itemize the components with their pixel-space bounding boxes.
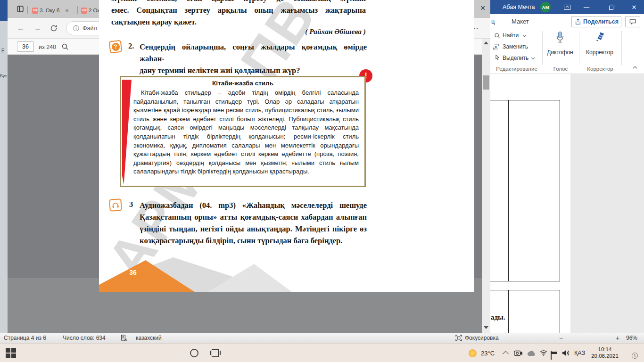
clock-date: 20.08.2021 [589, 353, 620, 359]
table-border [508, 290, 509, 333]
info-icon[interactable]: ⓘ [73, 25, 79, 33]
ribbon-display-options-button[interactable] [559, 0, 575, 14]
task-number: 2. [128, 41, 134, 51]
pdf-scrollbar[interactable] [482, 39, 490, 333]
avatar[interactable]: АМ [540, 2, 551, 12]
zoom-in-button[interactable]: + [616, 334, 619, 342]
word-page [490, 74, 570, 333]
ribbon-group-label: Редактирование [492, 66, 541, 72]
weather-temperature[interactable]: 23°C [481, 350, 495, 357]
start-button[interactable] [4, 346, 18, 360]
zoom-level[interactable]: 96% [626, 335, 637, 341]
ribbon-group-separator [621, 31, 622, 65]
windows-logo-icon [6, 348, 16, 358]
restore-icon [609, 6, 613, 10]
scroll-up-icon[interactable] [484, 41, 488, 44]
paragraph-line: сақтықпен қарау қажет. [111, 16, 366, 28]
taskbar: Введите здесь текст для поиска Y B. W [0, 343, 644, 362]
tab-close-icon[interactable]: ✕ [65, 8, 69, 13]
ribbon-display-options-icon [564, 5, 570, 10]
pdf-page: АРМАН-ПВ бас мүмкін болмаса, оған қарсы … [99, 0, 474, 278]
refresh-icon[interactable] [50, 25, 58, 32]
cortana-icon [190, 349, 198, 357]
weather-sun-icon[interactable] [469, 349, 477, 357]
collapse-ribbon-icon[interactable] [633, 66, 637, 69]
word-document-area[interactable]: ады. [490, 74, 644, 333]
clock[interactable]: 10:14 20.08.2021 [589, 346, 620, 359]
pdf-file-icon: PDF [81, 8, 87, 14]
replace-button[interactable]: Заменить [503, 43, 528, 50]
notification-badge: 1 [632, 353, 638, 359]
table-border [508, 100, 509, 281]
word-restore-button[interactable] [602, 0, 620, 14]
find-button[interactable]: Найти [503, 32, 519, 39]
zoom-out-button[interactable]: − [559, 334, 563, 342]
cortana-button[interactable] [186, 346, 203, 360]
ribbon-group-label: Голос [542, 66, 579, 72]
question-sticker-icon: ? [109, 40, 123, 54]
ribbon-group-separator [542, 31, 543, 65]
info-box-body: Кітаби-жазба стильдер – әдеби тілдің өмі… [133, 89, 359, 176]
browser-close-button[interactable]: ✕ [474, 1, 491, 15]
chevron-down-icon [522, 34, 527, 37]
ribbon-tab-layout[interactable]: Макет [512, 18, 529, 25]
comment-icon [629, 18, 636, 25]
volume-icon[interactable] [562, 350, 570, 356]
status-word-count[interactable]: Число слов: 634 [63, 335, 106, 341]
dictate-button[interactable]: Диктофон [546, 49, 574, 56]
battery-icon[interactable] [551, 351, 552, 360]
word-doc-text-fragment: ады. [491, 313, 505, 321]
table-border [560, 100, 560, 281]
paragraph-line: мүмкін болмаса, оған қарсы күресу де сон… [111, 0, 366, 4]
background-window-text-fragment: Бус [0, 74, 7, 78]
page-number: 36 [124, 269, 142, 276]
tab-actions-icon[interactable] [17, 6, 24, 12]
status-page-count[interactable]: Страница 4 из 6 [4, 335, 46, 341]
table-border [490, 100, 560, 100]
table-border [490, 281, 560, 281]
task-3-text: Аудиожазбадан (04. mp3) «Жаһандық мәселе… [140, 199, 367, 247]
comments-button[interactable] [625, 16, 640, 27]
wifi-icon[interactable] [540, 350, 547, 356]
ribbon-group-separator [579, 31, 579, 65]
ribbon-tab-fragment[interactable]: ц [491, 18, 495, 25]
pdf-file-icon: PDF [32, 8, 38, 14]
table-border [560, 290, 560, 333]
language-indicator[interactable]: ҚАЗ [574, 350, 585, 356]
background-window-titlebar [0, 0, 8, 21]
forward-button[interactable]: → [31, 22, 44, 35]
onedrive-cloud-icon[interactable] [527, 350, 536, 356]
author-line: ( Райхан Әбішева ) [111, 27, 366, 36]
desktop: Е Бус Абая Мечта АМ — ✕ ц Макет Поделить… [0, 0, 644, 362]
browser-tab[interactable]: PDF 3. Оқу б ✕ [29, 3, 76, 18]
headphones-icon [112, 201, 120, 209]
share-button[interactable]: Поделиться [571, 16, 621, 27]
status-language[interactable]: казахский [136, 335, 162, 341]
info-box: Кітаби-жазба стиль Кітаби-жазба стильдер… [120, 76, 366, 187]
pdf-search-icon[interactable] [61, 43, 69, 50]
focus-icon [455, 335, 462, 341]
scroll-down-icon[interactable] [484, 326, 488, 329]
table-border [490, 290, 560, 290]
meet-now-icon[interactable] [514, 350, 523, 356]
word-close-button[interactable]: ✕ [624, 0, 644, 14]
editor-pen-icon [594, 31, 605, 42]
pdf-page-input[interactable] [17, 41, 34, 52]
replace-icon [492, 43, 500, 50]
paragraph: мүмкін болмаса, оған қарсы күресу де сон… [111, 0, 366, 28]
focus-mode-button[interactable]: Фокусировка [465, 335, 499, 341]
back-button[interactable]: ← [14, 22, 27, 35]
scrollbar-thumb[interactable] [483, 75, 489, 90]
red-wedge-decoration [122, 80, 132, 184]
clock-time: 10:14 [589, 346, 620, 353]
share-icon [575, 18, 581, 25]
proofing-icon[interactable] [121, 335, 127, 341]
word-minimize-button[interactable]: — [578, 0, 595, 14]
task-view-icon [212, 349, 219, 357]
tray-expand-icon[interactable] [503, 351, 509, 357]
select-button[interactable]: Выделить [503, 55, 528, 61]
task-2-text: Сендердің ойларыңша, соңғы жылдары қоғам… [140, 41, 367, 76]
task-view-button[interactable] [206, 346, 223, 360]
background-window-strip: Е Бус [0, 0, 8, 333]
editor-button[interactable]: Корректор [585, 49, 615, 56]
